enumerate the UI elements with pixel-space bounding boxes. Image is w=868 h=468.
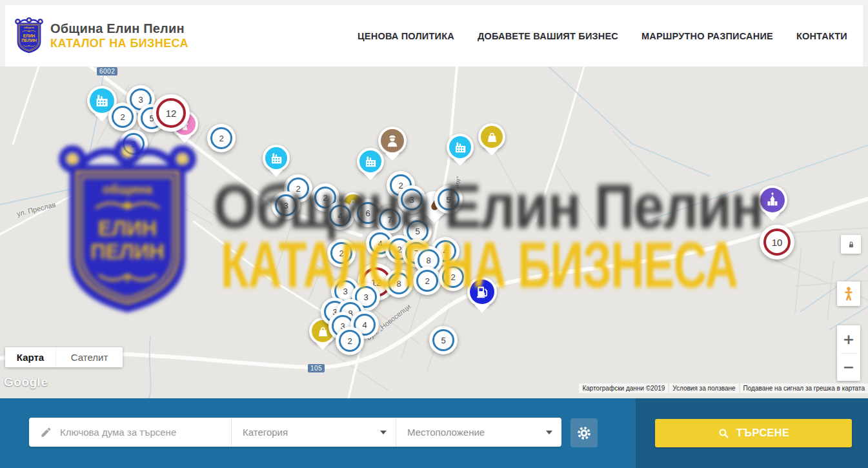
main-nav: ЦЕНОВА ПОЛИТИКА ДОБАВЕТЕ ВАШИЯТ БИЗНЕС М…	[358, 31, 847, 41]
chevron-down-icon	[380, 431, 387, 434]
cluster-marker[interactable]: 2	[439, 263, 467, 291]
worker-icon	[384, 132, 401, 149]
pegman-icon	[842, 285, 856, 302]
road-number-badge: 6002	[97, 67, 117, 76]
map-type-satellite-button[interactable]: Сателит	[56, 347, 123, 367]
location-dropdown-label: Местоположение	[407, 427, 485, 438]
cluster-marker[interactable]: 10	[760, 225, 794, 259]
cluster-count: 2	[219, 134, 223, 143]
cluster-count: 8	[426, 256, 430, 265]
logo-name-2: ПЕЛИН	[21, 38, 37, 43]
chevron-down-icon	[546, 431, 552, 434]
site-header: община ЕЛИН ПЕЛИН Община Елин Пелин КАТА…	[5, 5, 863, 66]
nav-item-add-business[interactable]: ДОБАВЕТЕ ВАШИЯТ БИЗНЕС	[478, 31, 618, 41]
cluster-count: 2	[339, 249, 343, 258]
zoom-in-button[interactable]: +	[837, 326, 860, 353]
nav-item-route-schedule[interactable]: МАРШРУТНО РАЗПИСАНИЕ	[641, 31, 773, 41]
cluster-count: 2	[296, 184, 300, 194]
logo-top-word: община	[24, 26, 35, 29]
cluster-count: 12	[166, 108, 177, 119]
nav-item-contacts[interactable]: КОНТАКТИ	[796, 31, 847, 41]
pencil-icon	[40, 426, 52, 438]
factory-icon	[93, 92, 111, 110]
cluster-count: 3	[409, 195, 414, 205]
gear-icon	[576, 425, 592, 441]
cluster-marker[interactable]: 4	[326, 201, 354, 230]
cluster-count: 4	[362, 320, 367, 330]
brand-subtitle: КАТАЛОГ НА БИЗНЕСА	[50, 37, 188, 50]
cluster-marker[interactable]: 12	[152, 94, 190, 132]
category-pin-fuel[interactable]	[467, 277, 497, 307]
fuel-icon	[473, 283, 491, 301]
cluster-count: 3	[363, 292, 368, 302]
cluster-count: 4	[378, 239, 382, 249]
search-button-label: ТЪРСЕНЕ	[736, 427, 790, 439]
cluster-count: 5	[415, 227, 419, 236]
cluster-marker[interactable]: 8	[385, 269, 413, 298]
google-logo[interactable]: Google	[4, 375, 48, 389]
advanced-search-button[interactable]	[570, 418, 598, 447]
cluster-count: 4	[443, 247, 447, 256]
municipality-logo-icon: община ЕЛИН ПЕЛИН	[14, 17, 44, 54]
cluster-marker[interactable]: 5	[429, 326, 458, 354]
cluster-count: 5	[441, 336, 445, 345]
street-view-lock-button[interactable]	[841, 235, 861, 254]
search-bar: Категория Местоположение ТЪРСЕНЕ	[0, 398, 868, 468]
factory-icon	[452, 139, 469, 156]
category-pin-bag[interactable]	[478, 123, 505, 150]
cluster-marker[interactable]: 2	[327, 239, 356, 267]
church-icon	[763, 191, 782, 209]
factory-icon	[363, 154, 379, 170]
location-dropdown[interactable]: Местоположение	[396, 418, 561, 447]
category-pin-church[interactable]	[758, 185, 787, 215]
cluster-count: 2	[450, 272, 455, 282]
cluster-count: 2	[120, 112, 125, 122]
category-dropdown[interactable]: Категория	[231, 418, 396, 447]
brand[interactable]: община ЕЛИН ПЕЛИН Община Елин Пелин КАТА…	[14, 17, 188, 54]
bag-icon	[484, 129, 500, 145]
brand-title: Община Елин Пелин	[50, 21, 188, 36]
cluster-count: 8	[396, 279, 401, 289]
cluster-marker[interactable]: 2	[119, 130, 148, 158]
cluster-count: 4	[338, 211, 342, 221]
cluster-marker[interactable]: 2	[413, 267, 441, 295]
category-pin-factory[interactable]	[263, 145, 290, 172]
factory-icon	[268, 150, 285, 167]
map-canvas[interactable]: 6002105ул. Преславбул. „Новоселциция“ 32…	[0, 66, 868, 398]
cluster-count: 2	[425, 276, 429, 286]
cluster-marker[interactable]: 2	[207, 124, 236, 152]
cluster-count: 2	[323, 193, 327, 203]
zoom-control: + −	[837, 325, 860, 381]
search-button[interactable]: ТЪРСЕНЕ	[655, 419, 852, 447]
category-pin-factory[interactable]	[447, 134, 474, 161]
cluster-count: 2	[347, 336, 352, 346]
cluster-count: 3	[343, 287, 347, 296]
category-pin-worker[interactable]	[378, 127, 407, 155]
search-input-group: Категория Местоположение	[29, 418, 561, 447]
keyword-search-input[interactable]	[60, 427, 221, 438]
nav-item-pricing[interactable]: ЦЕНОВА ПОЛИТИКА	[358, 31, 454, 41]
attribution-report-error-link[interactable]: Подаване на сигнал за грешка в картата	[740, 383, 868, 393]
cluster-marker[interactable]: 3	[398, 185, 426, 214]
keyword-section	[29, 418, 231, 447]
cluster-count: 7	[387, 215, 392, 225]
lock-icon	[847, 240, 856, 249]
cluster-marker[interactable]: 3	[272, 191, 300, 219]
pegman-control[interactable]	[837, 281, 860, 306]
attribution-terms-link[interactable]: Условия за ползване	[669, 383, 738, 393]
cluster-marker[interactable]: 2	[336, 327, 364, 355]
category-pin-factory[interactable]	[357, 148, 384, 175]
road-number-badge: 105	[308, 364, 325, 372]
cluster-count: 2	[131, 139, 136, 149]
map-attribution: Картографски данни ©2019 Условия за полз…	[579, 383, 868, 393]
cluster-marker[interactable]: 5	[434, 185, 463, 214]
category-dropdown-label: Категория	[243, 427, 288, 438]
logo-name-1: ЕЛИН	[23, 34, 35, 38]
cluster-count: 2	[397, 245, 401, 254]
map-type-switcher: Карта Сателит	[5, 347, 123, 367]
cluster-marker[interactable]: 2	[108, 103, 137, 131]
zoom-out-button[interactable]: −	[837, 354, 860, 381]
map-type-map-button[interactable]: Карта	[5, 347, 56, 367]
search-icon	[718, 427, 730, 440]
cluster-count: 10	[772, 237, 783, 248]
